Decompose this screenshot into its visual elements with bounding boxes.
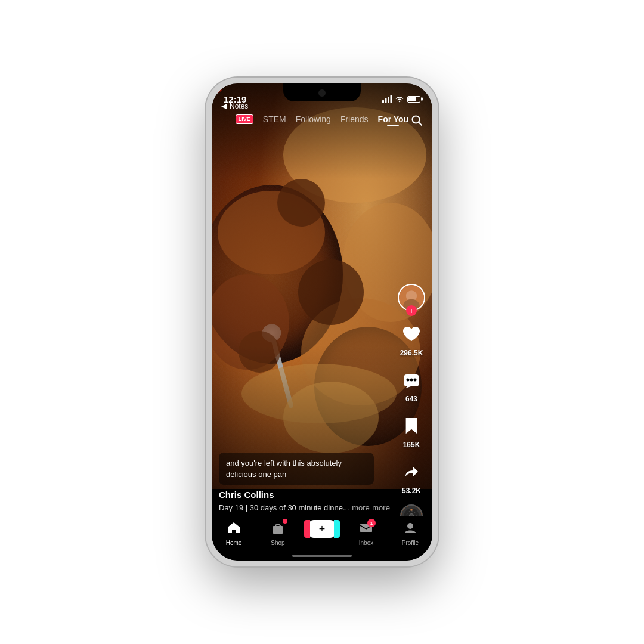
svg-rect-14 [391,95,392,103]
comment-button[interactable]: 643 [398,367,425,403]
nav-item-friends[interactable]: Friends [340,114,369,124]
inbox-badge: 1 [367,519,376,527]
svg-point-6 [277,179,325,227]
notch [283,83,361,101]
creator-desc-text: Day 19 | 30 days of 30 minute dinne... [219,503,349,512]
more-link[interactable]: more [352,503,370,512]
svg-rect-12 [385,98,387,103]
svg-point-25 [410,379,413,382]
nav-tab-profile[interactable]: Profile [392,521,428,546]
nav-tab-home[interactable]: Home [216,521,252,546]
wifi-icon [395,95,404,103]
more-link-text[interactable]: more [372,503,390,512]
creator-avatar[interactable]: + [398,284,425,311]
live-button[interactable]: LIVE [236,114,253,124]
nav-tab-create[interactable]: + [304,521,340,538]
search-icon [411,114,423,126]
phone-wrapper: 12:19 [206,78,438,566]
status-time: 12:19 [224,94,246,104]
search-button[interactable] [411,114,423,129]
signal-icon [382,95,392,103]
bottom-navigation: Home Shop + [212,516,432,561]
svg-point-7 [298,259,364,325]
nav-item-following[interactable]: Following [296,114,331,124]
creator-description: Day 19 | 30 days of 30 minute dinne... m… [219,502,397,513]
inbox-icon: 1 [359,521,373,538]
profile-icon [404,521,417,538]
nav-tab-shop[interactable]: Shop [260,521,296,546]
heart-icon [402,326,421,342]
like-button[interactable]: 296.5K [398,321,425,357]
shop-icon [271,521,285,538]
like-count: 296.5K [400,349,423,357]
svg-rect-32 [273,526,283,534]
follow-button[interactable]: + [406,305,417,316]
nav-tab-inbox[interactable]: 1 Inbox [348,521,384,546]
phone-frame: 12:19 [206,78,438,566]
creator-name[interactable]: Chris Collins [219,490,397,500]
svg-point-26 [414,379,417,382]
profile-label: Profile [402,540,419,546]
top-navigation: LIVE STEM Following Friends For You [212,114,432,124]
nav-item-for-you[interactable]: For You [378,114,409,124]
screen: 12:19 [212,83,432,561]
nav-item-stem[interactable]: STEM [263,114,286,124]
battery-icon [407,96,420,103]
share-count: 53.2K [402,487,421,495]
bottom-info: and you're left with this absolutely del… [219,453,397,513]
home-label: Home [226,540,242,546]
caption-bubble: and you're left with this absolutely del… [219,453,374,485]
svg-point-24 [407,379,410,382]
comment-count: 643 [405,395,417,403]
bookmark-icon [404,417,419,435]
svg-point-34 [407,523,413,529]
inbox-label: Inbox [359,540,373,546]
share-icon [402,463,420,480]
svg-point-30 [410,509,413,511]
share-button[interactable]: 53.2K [398,459,425,495]
plus-icon: + [319,523,326,535]
bookmark-count: 165K [403,441,420,449]
bookmark-button[interactable]: 165K [398,413,425,449]
shop-label: Shop [271,540,284,546]
caption-text: and you're left with this absolutely del… [226,459,342,479]
create-button[interactable]: + [309,520,335,538]
comment-icon [402,371,420,388]
home-icon [227,521,241,538]
notch-camera [318,89,326,97]
svg-line-16 [419,122,422,125]
status-icons [382,95,420,103]
home-indicator [292,555,352,557]
svg-rect-13 [388,97,389,103]
right-actions: + 296.5K [398,284,425,527]
svg-rect-11 [382,100,384,103]
